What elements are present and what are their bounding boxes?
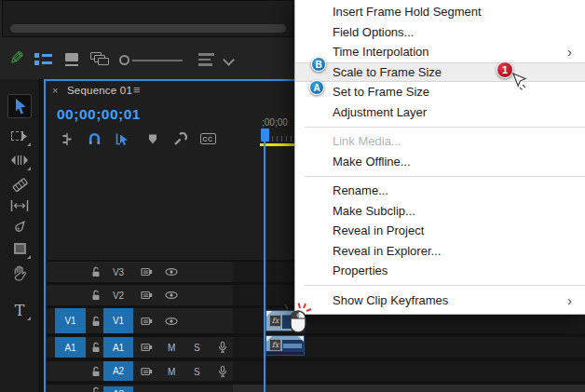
menu-item-time-interpolation[interactable]: Time Interpolation › — [295, 42, 585, 62]
audio-clip[interactable]: fx — [265, 335, 305, 356]
freeform-view-icon[interactable] — [90, 52, 109, 67]
clip-context-menu: Insert Frame Hold Segment Field Options.… — [294, 0, 585, 315]
razor-tool[interactable] — [7, 173, 32, 196]
edit-pencil-icon[interactable]: ✎ — [9, 47, 24, 69]
icon-view-icon[interactable] — [65, 53, 78, 66]
toggle-track-output-eye-icon[interactable] — [165, 317, 178, 326]
track-row-a2: A2 M S — [44, 361, 585, 381]
track-select-forward-tool[interactable] — [7, 125, 32, 147]
track-lane-a2[interactable] — [233, 361, 585, 381]
voiceover-record-mic-icon[interactable] — [217, 342, 228, 354]
playhead-marker[interactable] — [261, 128, 269, 142]
lock-icon[interactable] — [90, 316, 102, 327]
menu-item-insert-frame-hold[interactable]: Insert Frame Hold Segment — [295, 2, 585, 22]
selection-tool[interactable] — [7, 94, 32, 118]
premiere-pro-screen: ✎ — [0, 0, 585, 392]
sort-options-icon[interactable] — [198, 53, 214, 69]
sync-lock-icon[interactable] — [141, 290, 153, 301]
menu-item-make-subclip[interactable]: Make Subclip... — [295, 201, 585, 222]
panel-menu-icon[interactable]: ≡ — [133, 83, 141, 97]
source-patch-audio-button[interactable]: A1 — [55, 337, 86, 358]
annotation-badge-a: A — [309, 80, 324, 95]
submenu-arrow-icon: › — [567, 293, 572, 307]
track-name-a3[interactable]: A3 — [103, 386, 133, 392]
voiceover-record-mic-icon[interactable] — [217, 365, 228, 377]
track-row-a1: A1 A1 M S — [44, 337, 585, 358]
menu-item-set-to-frame-size[interactable]: Set to Frame Size — [295, 82, 585, 102]
solo-button[interactable]: S — [194, 343, 200, 353]
menu-item-reveal-in-project[interactable]: Reveal in Project — [295, 221, 585, 241]
annotation-badge-b: B — [311, 57, 326, 72]
zoom-slider-knob[interactable] — [119, 55, 129, 65]
tab-close-icon[interactable]: × — [52, 85, 58, 96]
tools-panel: T — [0, 79, 38, 392]
menu-item-field-options[interactable]: Field Options... — [295, 22, 585, 43]
menu-separator — [305, 285, 585, 286]
menu-item-properties[interactable]: Properties — [295, 261, 585, 281]
linked-selection-icon[interactable] — [114, 131, 130, 146]
menu-item-reveal-in-explorer[interactable]: Reveal in Explorer... — [295, 241, 585, 262]
sync-lock-icon[interactable] — [141, 266, 153, 277]
source-patch-video-button[interactable]: V1 — [55, 308, 86, 333]
project-panel-preview — [2, 0, 293, 37]
menu-item-rename[interactable]: Rename... — [295, 181, 585, 201]
pen-tool[interactable] — [7, 216, 32, 238]
type-tool[interactable]: T — [7, 299, 32, 321]
menu-item-show-clip-keyframes[interactable]: Show Clip Keyframes › — [295, 291, 585, 311]
lock-icon[interactable] — [90, 290, 102, 301]
chevron-down-icon[interactable] — [223, 54, 235, 66]
track-name-v3[interactable]: V3 — [103, 262, 133, 282]
menu-separator — [305, 176, 585, 177]
track-name-v2[interactable]: V2 — [103, 285, 133, 305]
tab-sequence-title[interactable]: Sequence 01 — [67, 85, 132, 96]
toggle-track-output-eye-icon[interactable] — [165, 267, 178, 277]
timeline-bottom-strip — [233, 385, 585, 392]
panel-focus-border-left — [44, 79, 46, 392]
track-name-v1[interactable]: V1 — [103, 308, 133, 333]
mute-button[interactable]: M — [168, 366, 175, 376]
ruler-timecode-label: ;00;00 — [262, 117, 288, 128]
snap-magnet-icon[interactable] — [86, 131, 102, 146]
playhead-timecode[interactable]: 00;00;00;01 — [57, 106, 141, 123]
list-view-icon[interactable] — [34, 53, 52, 65]
wrench-icon[interactable] — [171, 131, 188, 146]
mouse-cursor-icon — [510, 72, 531, 92]
solo-button[interactable]: S — [194, 366, 200, 376]
rectangle-tool[interactable] — [7, 237, 32, 260]
mouse-click-annotation-icon — [282, 300, 314, 335]
track-name-a1[interactable]: A1 — [103, 337, 133, 358]
marker-icon[interactable] — [144, 131, 161, 146]
menu-separator — [305, 127, 585, 128]
sequence-settings-icon[interactable] — [59, 131, 75, 146]
menu-item-make-offline[interactable]: Make Offline... — [295, 152, 585, 172]
menu-item-adjustment-layer[interactable]: Adjustment Layer — [295, 102, 585, 123]
menu-item-scale-to-frame-size[interactable]: Scale to Frame Size — [295, 62, 585, 83]
lock-icon[interactable] — [90, 366, 102, 377]
lock-icon[interactable] — [90, 266, 102, 277]
captions-icon[interactable]: CC — [199, 131, 216, 146]
hand-tool[interactable] — [7, 262, 32, 284]
ripple-edit-tool[interactable] — [7, 149, 32, 171]
zoom-slider-track[interactable] — [132, 60, 183, 61]
track-name-a2[interactable]: A2 — [103, 361, 133, 381]
submenu-arrow-icon: › — [567, 45, 572, 59]
lock-icon[interactable] — [90, 342, 102, 353]
menu-item-link-media[interactable]: Link Media... — [295, 131, 585, 152]
lock-icon[interactable] — [90, 386, 102, 392]
toggle-track-output-eye-icon[interactable] — [165, 291, 178, 300]
sync-lock-icon[interactable] — [141, 366, 153, 377]
slip-tool[interactable] — [7, 195, 32, 217]
sync-lock-icon[interactable] — [141, 342, 153, 353]
sync-lock-icon[interactable] — [141, 316, 153, 327]
horizontal-scrollbar[interactable] — [10, 24, 286, 33]
mute-button[interactable]: M — [168, 343, 175, 353]
